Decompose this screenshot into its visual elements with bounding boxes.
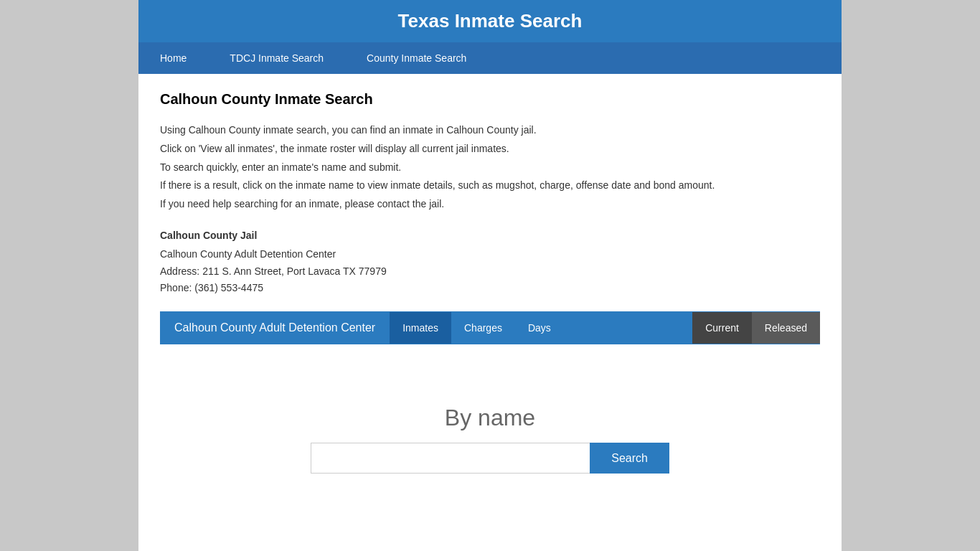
main-nav: Home TDCJ Inmate Search County Inmate Se…: [138, 42, 842, 74]
site-title: Texas Inmate Search: [398, 10, 583, 32]
desc-line-5: If you need help searching for an inmate…: [160, 196, 820, 213]
detention-bar: Calhoun County Adult Detention Center In…: [160, 311, 820, 344]
tab-inmates[interactable]: Inmates: [390, 312, 451, 344]
jail-info: Calhoun County Jail Calhoun County Adult…: [160, 227, 820, 297]
desc-line-2: Click on 'View all inmates', the inmate …: [160, 141, 820, 158]
tab-days[interactable]: Days: [515, 312, 564, 344]
nav-tdcj[interactable]: TDCJ Inmate Search: [208, 42, 345, 74]
by-name-section: By name Search: [138, 390, 842, 488]
desc-line-4: If there is a result, click on the inmat…: [160, 177, 820, 194]
search-button[interactable]: Search: [590, 443, 669, 474]
desc-line-1: Using Calhoun County inmate search, you …: [160, 122, 820, 139]
tab-current[interactable]: Current: [692, 312, 752, 344]
search-row: Search: [311, 443, 669, 474]
main-content: Calhoun County Inmate Search Using Calho…: [138, 74, 842, 390]
by-name-heading: By name: [160, 405, 820, 431]
search-input[interactable]: [311, 443, 590, 474]
tab-released[interactable]: Released: [752, 312, 820, 344]
description-block: Using Calhoun County inmate search, you …: [160, 122, 820, 213]
page-heading: Calhoun County Inmate Search: [160, 91, 820, 108]
tab-charges[interactable]: Charges: [451, 312, 515, 344]
site-header: Texas Inmate Search: [138, 0, 842, 42]
jail-name: Calhoun County Jail: [160, 227, 820, 245]
nav-home[interactable]: Home: [138, 42, 208, 74]
desc-line-3: To search quickly, enter an inmate's nam…: [160, 159, 820, 176]
detention-facility-name: Calhoun County Adult Detention Center: [160, 311, 390, 344]
jail-address: Address: 211 S. Ann Street, Port Lavaca …: [160, 263, 820, 281]
jail-facility: Calhoun County Adult Detention Center: [160, 246, 820, 263]
nav-county[interactable]: County Inmate Search: [345, 42, 488, 74]
jail-phone: Phone: (361) 553-4475: [160, 280, 820, 297]
